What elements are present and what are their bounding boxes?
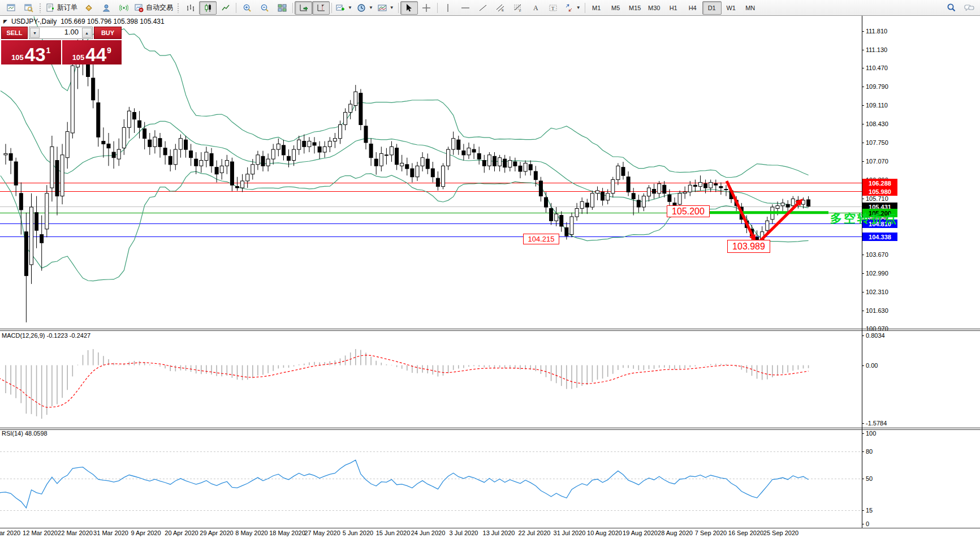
toolbar-separator [398,3,399,13]
timeframe-button-H1[interactable]: H1 [664,1,683,15]
autotrading-icon [135,3,144,12]
indicators-menu-button[interactable]: ▼ [334,1,355,15]
autoscroll-icon [299,3,308,12]
volume-decrease-button[interactable]: ▼ [30,28,40,38]
sell-price-sup: 1 [46,46,51,55]
signals-icon [119,3,128,12]
signals-button[interactable] [115,1,132,15]
macd-pane-content [0,349,809,419]
new-chart-icon [7,3,16,12]
autoscroll-button[interactable] [295,1,312,15]
arrows-icon [564,3,573,12]
timeframe-button-M1[interactable]: M1 [587,1,606,15]
toolbar-handle [39,3,42,13]
community-button[interactable] [97,1,115,15]
crosshair-tool-button[interactable] [418,1,435,15]
price-annotation-box[interactable]: 105.200 [667,205,710,217]
toolbar-separator [236,3,236,13]
svg-text:F: F [519,9,521,12]
price-annotation-box[interactable]: 104.215 [523,234,559,244]
chart-shift-button[interactable] [312,1,330,15]
metaeditor-icon [84,3,93,12]
turning-point-annotation[interactable]: 多空转折点 [830,210,898,226]
toolbar-separator [437,3,438,13]
chat-button[interactable] [960,1,978,15]
timeframe-button-M5[interactable]: M5 [606,1,625,15]
dropdown-caret: ▼ [576,5,581,10]
sell-button[interactable]: SELL [1,27,28,39]
toolbar-separator [585,3,585,13]
toolbar-separator [292,3,293,13]
macd-signal-line [0,355,809,408]
community-icon [102,3,111,12]
fibonacci-icon: F [513,3,523,12]
timeframe-button-M30[interactable]: M30 [645,1,664,15]
sell-price-main: 43 [25,48,46,62]
profiles-button[interactable] [20,1,37,15]
cursor-icon [404,3,413,12]
volume-input[interactable]: 1.00 [40,27,81,38]
timeframe-button-W1[interactable]: W1 [722,1,741,15]
profiles-icon [24,3,33,12]
channel-icon: E [496,3,505,12]
horizontal-line-tool-button[interactable] [457,1,474,15]
trend-arrow [727,181,752,235]
periods-menu-button[interactable]: ▼ [355,1,375,15]
templates-icon [378,3,387,12]
new-order-button[interactable]: 新订单 [44,1,80,15]
text-icon: A [531,3,540,12]
svg-text:A: A [533,4,538,12]
dropdown-caret: ▼ [369,5,373,10]
horizontal-line-icon [461,3,470,12]
zoom-out-icon [260,3,269,12]
candlestick-chart-button[interactable] [199,1,217,15]
dropdown-caret: ▼ [390,5,394,10]
vertical-line-icon [443,3,452,12]
fibonacci-tool-button[interactable]: F [510,1,527,15]
templates-menu-button[interactable]: ▼ [375,1,396,15]
timeframe-button-D1[interactable]: D1 [702,1,722,15]
rsi-label: RSI(14) 48.0598 [2,430,48,437]
cursor-tool-button[interactable] [400,1,418,15]
zoom-in-icon [243,3,252,12]
sell-price-box[interactable]: 105431 [1,40,61,64]
new-chart-button[interactable] [2,1,20,15]
vertical-line-tool-button[interactable] [439,1,457,15]
buy-price-main: 44 [85,48,106,62]
bars-chart-button[interactable] [182,1,199,15]
tile-windows-button[interactable] [273,1,291,15]
sell-price-prefix: 105 [11,53,24,62]
metaeditor-button[interactable] [80,1,97,15]
label-tool-button[interactable]: T [545,1,562,15]
search-button[interactable] [943,1,960,15]
volume-increase-button[interactable]: ▲ [82,28,92,38]
timeframe-button-H4[interactable]: H4 [683,1,702,15]
autotrading-button[interactable]: 自动交易 [132,1,175,15]
channel-tool-button[interactable]: E [492,1,510,15]
periods-icon [357,3,366,12]
one-click-trading-panel: SELL ▼ 1.00 ▲ BUY 105431 105449 [1,27,122,64]
zoom-out-button[interactable] [256,1,273,15]
candles-layer [4,33,810,322]
symbol-marker-icon: ◤ [3,19,7,24]
trendline-tool-button[interactable] [474,1,492,15]
timeframe-button-M15[interactable]: M15 [625,1,645,15]
arrows-tool-button[interactable]: ▼ [562,1,583,15]
svg-text:T: T [551,5,555,11]
chat-icon [964,3,974,12]
line-chart-button[interactable] [217,1,234,15]
buy-price-box[interactable]: 105449 [62,40,122,64]
timeframe-button-MN[interactable]: MN [741,1,760,15]
rsi-line [0,460,809,508]
price-annotation-box[interactable]: 103.989 [727,240,770,253]
price-level-badge: 104.338 [862,233,897,241]
bollinger-bands [1,16,809,281]
buy-price-prefix: 105 [72,53,85,62]
line-chart-icon [221,3,230,12]
tile-windows-icon [278,3,287,12]
zoom-in-button[interactable] [238,1,256,15]
text-tool-button[interactable]: A [527,1,545,15]
chart-title: ◤ USDJPY-,Daily 105.669 105.796 105.398 … [3,18,165,25]
search-icon [947,3,956,12]
buy-button[interactable]: BUY [94,27,122,39]
